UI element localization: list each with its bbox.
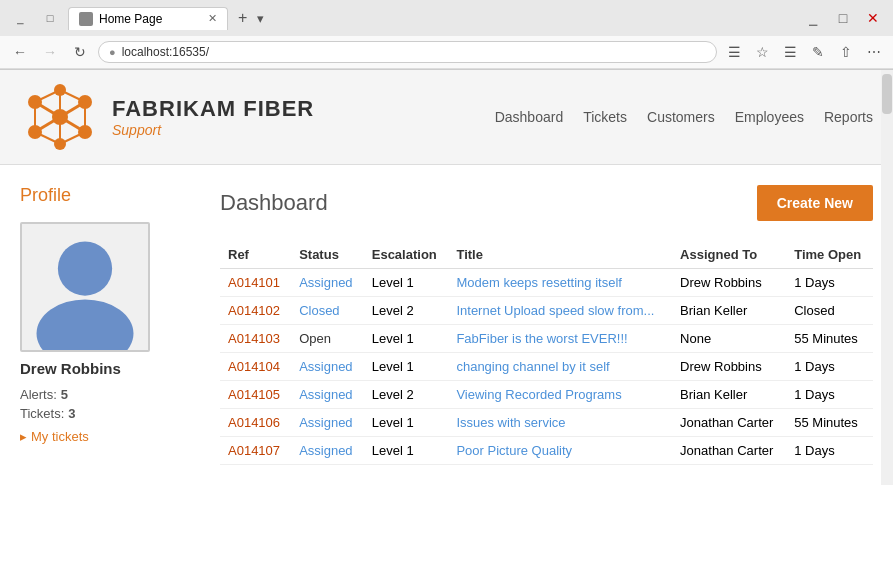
- time-cell: 1 Days: [786, 353, 873, 381]
- ref-link[interactable]: A014102: [228, 303, 280, 318]
- table-row: A014104 Assigned Level 1 changing channe…: [220, 353, 873, 381]
- reader-view-icon[interactable]: ☰: [723, 41, 745, 63]
- col-status: Status: [291, 241, 364, 269]
- title-link[interactable]: FabFiber is the worst EVER!!!: [456, 331, 627, 346]
- nav-item-tickets[interactable]: Tickets: [583, 109, 627, 125]
- more-icon[interactable]: ⋯: [863, 41, 885, 63]
- nav-item-dashboard[interactable]: Dashboard: [495, 109, 564, 125]
- ref-link[interactable]: A014105: [228, 387, 280, 402]
- assigned-cell: Brian Keller: [672, 381, 786, 409]
- title-link[interactable]: Issues with service: [456, 415, 565, 430]
- svg-line-8: [60, 102, 85, 117]
- browser-tab-home[interactable]: Home Page ✕: [68, 7, 228, 30]
- table-body: A014101 Assigned Level 1 Modem keeps res…: [220, 269, 873, 465]
- svg-point-20: [58, 241, 112, 295]
- hub-icon[interactable]: ☰: [779, 41, 801, 63]
- status-cell: Assigned: [291, 381, 364, 409]
- my-tickets-label[interactable]: My tickets: [31, 429, 89, 444]
- window-maximize-btn[interactable]: □: [831, 6, 855, 30]
- window-minimize-btn[interactable]: ⎯: [801, 6, 825, 30]
- time-cell: 1 Days: [786, 269, 873, 297]
- svg-line-9: [35, 117, 60, 132]
- svg-line-13: [35, 90, 60, 102]
- sidebar-stats: Alerts: 5 Tickets: 3: [20, 387, 200, 421]
- time-cell: 1 Days: [786, 437, 873, 465]
- tickets-label: Tickets:: [20, 406, 64, 421]
- browser-chrome: ⎯ □ Home Page ✕ + ▾ ⎯ □ ✕ ← → ↻ ● localh…: [0, 0, 893, 70]
- brand-name: FABRIKAM FIBER: [112, 96, 314, 122]
- col-escalation: Escalation: [364, 241, 449, 269]
- svg-line-14: [60, 90, 85, 102]
- table-row: A014107 Assigned Level 1 Poor Picture Qu…: [220, 437, 873, 465]
- ref-link[interactable]: A014104: [228, 359, 280, 374]
- ref-link[interactable]: A014103: [228, 331, 280, 346]
- alerts-value: 5: [61, 387, 68, 402]
- address-bar[interactable]: ● localhost:16535/: [98, 41, 717, 63]
- status-cell: Assigned: [291, 409, 364, 437]
- url-text[interactable]: localhost:16535/: [122, 45, 706, 59]
- window-tile[interactable]: □: [38, 6, 62, 30]
- assigned-cell: None: [672, 325, 786, 353]
- nav-item-employees[interactable]: Employees: [735, 109, 804, 125]
- back-button[interactable]: ←: [8, 40, 32, 64]
- dashboard-title: Dashboard: [220, 190, 328, 216]
- time-cell: 1 Days: [786, 381, 873, 409]
- new-tab-button[interactable]: +: [234, 9, 251, 27]
- site-header: FABRIKAM FIBER Support Dashboard Tickets…: [0, 70, 893, 165]
- title-link[interactable]: Poor Picture Quality: [456, 443, 572, 458]
- nav-item-reports[interactable]: Reports: [824, 109, 873, 125]
- browser-toolbar: ☰ ☆ ☰ ✎ ⇧ ⋯: [723, 41, 885, 63]
- status-cell: Assigned: [291, 353, 364, 381]
- table-row: A014101 Assigned Level 1 Modem keeps res…: [220, 269, 873, 297]
- brand-text: FABRIKAM FIBER Support: [112, 96, 314, 138]
- ref-link[interactable]: A014106: [228, 415, 280, 430]
- tab-close-btn[interactable]: ✕: [208, 12, 217, 25]
- tickets-value: 3: [68, 406, 75, 421]
- create-new-button[interactable]: Create New: [757, 185, 873, 221]
- tab-title: Home Page: [99, 12, 162, 26]
- tickets-row: Tickets: 3: [20, 406, 200, 421]
- col-ref: Ref: [220, 241, 291, 269]
- forward-button[interactable]: →: [38, 40, 62, 64]
- table-header: Ref Status Escalation Title Assigned To …: [220, 241, 873, 269]
- col-title: Title: [448, 241, 672, 269]
- share-icon[interactable]: ⇧: [835, 41, 857, 63]
- ref-link[interactable]: A014101: [228, 275, 280, 290]
- page-wrapper: FABRIKAM FIBER Support Dashboard Tickets…: [0, 70, 893, 485]
- nav-item-customers[interactable]: Customers: [647, 109, 715, 125]
- avatar-svg: [22, 222, 148, 350]
- favorites-icon[interactable]: ☆: [751, 41, 773, 63]
- user-name: Drew Robbins: [20, 360, 200, 377]
- title-link[interactable]: Internet Upload speed slow from...: [456, 303, 654, 318]
- assigned-cell: Drew Robbins: [672, 269, 786, 297]
- scrollbar-track[interactable]: [881, 70, 893, 485]
- escalation-cell: Level 1: [364, 353, 449, 381]
- scrollbar-thumb[interactable]: [882, 74, 892, 114]
- tag-icon: ▸: [20, 429, 27, 444]
- window-close-btn[interactable]: ✕: [861, 6, 885, 30]
- my-tickets-link[interactable]: ▸ My tickets: [20, 429, 200, 444]
- note-icon[interactable]: ✎: [807, 41, 829, 63]
- title-link[interactable]: Modem keeps resetting itself: [456, 275, 621, 290]
- user-avatar: [20, 222, 150, 352]
- table-row: A014105 Assigned Level 2 Viewing Recorde…: [220, 381, 873, 409]
- title-link[interactable]: Viewing Recorded Programs: [456, 387, 621, 402]
- status-cell: Assigned: [291, 437, 364, 465]
- time-cell: 55 Minutes: [786, 325, 873, 353]
- ref-link[interactable]: A014107: [228, 443, 280, 458]
- escalation-cell: Level 2: [364, 297, 449, 325]
- sidebar: Profile Drew Robbins Alerts: 5 Tickets: …: [20, 185, 200, 465]
- title-link[interactable]: changing channel by it self: [456, 359, 609, 374]
- tab-dropdown[interactable]: ▾: [257, 11, 264, 26]
- escalation-cell: Level 1: [364, 325, 449, 353]
- window-minimize[interactable]: ⎯: [8, 6, 32, 30]
- table-row: A014106 Assigned Level 1 Issues with ser…: [220, 409, 873, 437]
- time-cell: 55 Minutes: [786, 409, 873, 437]
- assigned-cell: Drew Robbins: [672, 353, 786, 381]
- svg-line-10: [60, 117, 85, 132]
- tab-favicon: [79, 12, 93, 26]
- refresh-button[interactable]: ↻: [68, 40, 92, 64]
- status-cell: Assigned: [291, 269, 364, 297]
- assigned-cell: Jonathan Carter: [672, 437, 786, 465]
- dashboard-area: Dashboard Create New Ref Status Escalati…: [220, 185, 873, 465]
